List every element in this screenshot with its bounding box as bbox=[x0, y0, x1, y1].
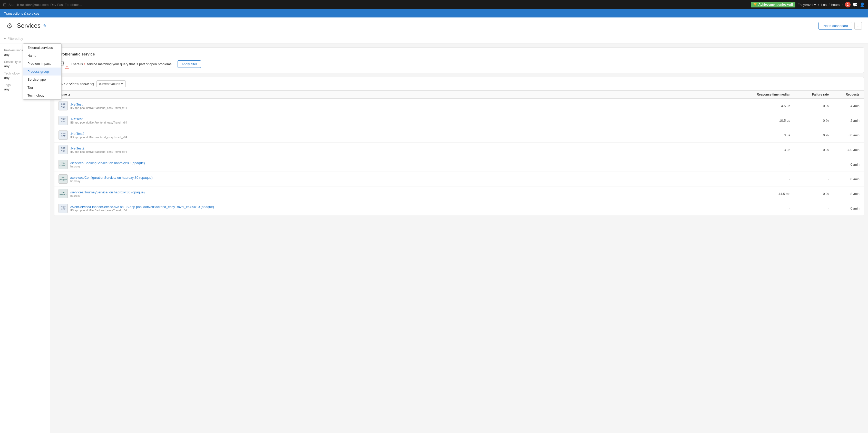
service-name-info: .NetTest IIS app pool dotNetFrontend_eas… bbox=[70, 117, 127, 124]
dropdown-item-name[interactable]: Name bbox=[23, 52, 61, 60]
metric-response-time: 3 μs bbox=[739, 133, 790, 137]
metric-failure-rate: - bbox=[790, 206, 829, 210]
metric-requests: 80 /min bbox=[829, 133, 860, 137]
service-name-link[interactable]: .NetTest bbox=[70, 103, 127, 106]
table-row: HAPROXY /services/BookingService/ on hap… bbox=[54, 157, 864, 172]
notification-badge[interactable]: 2 bbox=[845, 2, 850, 7]
table-row: ASPNET .NetTest IIS app pool dotNetBacke… bbox=[54, 98, 864, 113]
env-selector[interactable]: Easytravel ▾ bbox=[798, 3, 816, 7]
services-list-header: Name ▲ Response time median Failure rate… bbox=[54, 91, 864, 98]
trophy-icon: 🏆 bbox=[753, 3, 757, 6]
metric-failure-rate: 0 % bbox=[790, 104, 829, 108]
table-row: ASPNET /WebService/FinanceService.svc on… bbox=[54, 201, 864, 216]
problem-impact-label: Problem impact bbox=[4, 49, 25, 52]
service-icon-haproxy: HAPROXY bbox=[59, 174, 68, 184]
dropdown-item-service-type[interactable]: Service type bbox=[23, 76, 61, 84]
service-icon-aspnet: ASPNET bbox=[59, 204, 68, 213]
filter-icon: ▾ bbox=[4, 37, 6, 40]
service-name-link[interactable]: /services/ConfigurationService/ on hapro… bbox=[70, 176, 153, 179]
metric-requests: 320 /min bbox=[829, 148, 860, 152]
filter-dropdown-menu: External services Name Problem impact Pr… bbox=[23, 44, 62, 99]
tags-label: Tags bbox=[4, 83, 10, 87]
service-name-link[interactable]: /services/BookingService/ on haproxy:80 … bbox=[70, 161, 145, 165]
topbar-right: 🏆 Achievement unlocked! Easytravel ▾ ‹ L… bbox=[751, 2, 865, 7]
service-name-info: .NetTest2 IIS app pool dotNetFrontend_ea… bbox=[70, 132, 127, 139]
service-name-link[interactable]: /services/JourneyService/ on haproxy:80 … bbox=[70, 190, 145, 194]
table-row: HAPROXY /services/ConfigurationService/ … bbox=[54, 172, 864, 186]
chevron-down-icon: ▾ bbox=[121, 82, 123, 86]
services-table-header: 44 Services showing current values ▾ bbox=[54, 77, 864, 91]
current-values-button[interactable]: current values ▾ bbox=[96, 80, 126, 87]
dropdown-item-technology[interactable]: Technology bbox=[23, 91, 61, 99]
pin-to-dashboard-button[interactable]: Pin to dashboard bbox=[818, 22, 852, 30]
metric-response-time: 44.5 ms bbox=[739, 192, 790, 196]
problem-description: There is 1 service matching your query t… bbox=[71, 62, 172, 66]
metric-response-time: - bbox=[739, 163, 790, 166]
search-input[interactable] bbox=[8, 3, 749, 7]
header-actions: Pin to dashboard ··· bbox=[818, 22, 862, 30]
service-name-cell: ASPNET .NetTest2 IIS app pool dotNetBack… bbox=[59, 145, 739, 154]
services-table-section: 44 Services showing current values ▾ Nam… bbox=[54, 77, 864, 216]
metric-failure-rate: 0 % bbox=[790, 148, 829, 152]
problem-banner: Problematic service ⚙ ⚠ There is 1 servi… bbox=[54, 48, 864, 73]
achievement-label: Achievement unlocked! bbox=[758, 3, 793, 6]
service-host: haproxy bbox=[70, 165, 145, 168]
col-header-requests: Requests bbox=[829, 93, 860, 96]
service-host: IIS app pool dotNetFrontend_easyTravel_x… bbox=[70, 121, 127, 124]
dropdown-item-tag[interactable]: Tag bbox=[23, 84, 61, 91]
service-icon-aspnet: ASPNET bbox=[59, 145, 68, 154]
table-row: ASPNET .NetTest2 IIS app pool dotNetBack… bbox=[54, 143, 864, 157]
service-name-link[interactable]: .NetTest2 bbox=[70, 132, 127, 136]
metric-requests: 0 /min bbox=[829, 206, 860, 210]
service-type-value: any bbox=[4, 64, 21, 68]
edit-icon[interactable]: ✎ bbox=[43, 23, 46, 28]
col-header-name[interactable]: Name ▲ bbox=[59, 93, 739, 96]
dropdown-item-external-services[interactable]: External services bbox=[23, 44, 61, 52]
filter-icon: ▾ bbox=[814, 3, 816, 7]
breadcrumb-bar: Transactions & services bbox=[0, 9, 868, 18]
time-selector: Last 2 hours bbox=[821, 3, 840, 7]
service-name-link[interactable]: .NetTest2 bbox=[70, 146, 127, 150]
table-row: ASPNET .NetTest IIS app pool dotNetFront… bbox=[54, 113, 864, 128]
user-button[interactable]: 👤 bbox=[860, 2, 865, 7]
service-name-cell: ASPNET .NetTest IIS app pool dotNetBacke… bbox=[59, 101, 739, 110]
technology-value: any bbox=[4, 76, 20, 80]
tags-value: any bbox=[4, 87, 10, 91]
metric-requests: 0 /min bbox=[829, 177, 860, 181]
filter-row: ▾ Filtered by bbox=[0, 34, 868, 44]
service-name-cell: HAPROXY /services/JourneyService/ on hap… bbox=[59, 189, 739, 198]
metric-response-time: - bbox=[739, 206, 790, 210]
service-name-cell: HAPROXY /services/ConfigurationService/ … bbox=[59, 174, 739, 184]
dropdown-item-problem-impact[interactable]: Problem impact bbox=[23, 60, 61, 67]
service-name-cell: ASPNET /WebService/FinanceService.svc on… bbox=[59, 204, 739, 213]
chat-button[interactable]: 💬 bbox=[852, 2, 858, 7]
metric-requests: 4 /min bbox=[829, 104, 860, 108]
apply-filter-button[interactable]: Apply filter bbox=[178, 60, 201, 68]
notification-count: 2 bbox=[847, 3, 849, 6]
problem-banner-title: Problematic service bbox=[59, 52, 860, 56]
main-content: External services Name Problem impact Pr… bbox=[0, 44, 868, 433]
metric-failure-rate: - bbox=[790, 177, 829, 181]
time-next-button[interactable]: › bbox=[842, 3, 843, 6]
service-icon-aspnet: ASPNET bbox=[59, 116, 68, 125]
problem-impact-value: any bbox=[4, 53, 25, 57]
col-header-response-time: Response time median bbox=[739, 93, 790, 96]
service-name-info: /WebService/FinanceService.svc on IIS ap… bbox=[70, 205, 214, 212]
time-prev-button[interactable]: ‹ bbox=[818, 3, 819, 6]
problem-prefix: There is bbox=[71, 62, 83, 66]
col-header-failure-rate: Failure rate bbox=[790, 93, 829, 96]
dropdown-item-process-group[interactable]: Process group bbox=[23, 67, 61, 76]
metric-failure-rate: 0 % bbox=[790, 119, 829, 122]
service-name-link[interactable]: /WebService/FinanceService.svc on IIS ap… bbox=[70, 205, 214, 209]
metric-requests: 0 /min bbox=[829, 163, 860, 166]
technology-label: Technology bbox=[4, 71, 20, 75]
service-name-info: /services/BookingService/ on haproxy:80 … bbox=[70, 161, 145, 168]
metric-failure-rate: 0 % bbox=[790, 133, 829, 137]
filter-placeholder: Filtered by bbox=[7, 37, 23, 40]
service-name-link[interactable]: .NetTest bbox=[70, 117, 127, 121]
more-options-button[interactable]: ··· bbox=[855, 22, 862, 30]
table-row: ASPNET .NetTest2 IIS app pool dotNetFron… bbox=[54, 128, 864, 143]
service-name-info: .NetTest IIS app pool dotNetBackend_easy… bbox=[70, 103, 127, 109]
service-name-cell: ASPNET .NetTest2 IIS app pool dotNetFron… bbox=[59, 131, 739, 140]
service-host: IIS app pool dotNetFrontend_easyTravel_x… bbox=[70, 136, 127, 139]
